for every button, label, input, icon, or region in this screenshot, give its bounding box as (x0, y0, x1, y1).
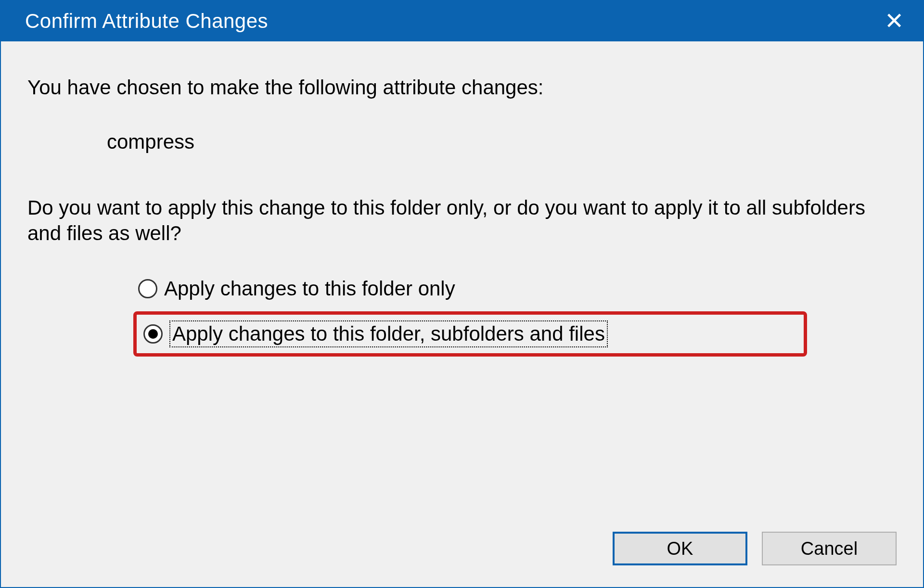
dialog-content: You have chosen to make the following at… (1, 41, 923, 587)
radio-label-subfolders-files: Apply changes to this folder, subfolders… (169, 320, 608, 348)
close-icon[interactable]: ✕ (880, 10, 909, 33)
radio-selected-dot-icon (148, 329, 158, 339)
attribute-item: compress (107, 129, 897, 155)
radio-option-folder-only[interactable]: Apply changes to this folder only (133, 272, 897, 306)
radio-group: Apply changes to this folder only Apply … (133, 272, 897, 357)
radio-option-subfolders-files[interactable]: Apply changes to this folder, subfolders… (133, 311, 807, 357)
question-text: Do you want to apply this change to this… (27, 195, 897, 246)
radio-icon (138, 279, 157, 298)
radio-label-folder-only: Apply changes to this folder only (164, 276, 455, 302)
cancel-button[interactable]: Cancel (762, 532, 897, 565)
intro-text: You have chosen to make the following at… (27, 75, 897, 101)
titlebar: Confirm Attribute Changes ✕ (1, 1, 923, 41)
confirm-attribute-changes-dialog: Confirm Attribute Changes ✕ You have cho… (0, 0, 924, 588)
dialog-title: Confirm Attribute Changes (25, 10, 268, 33)
radio-icon (143, 324, 163, 344)
ok-button[interactable]: OK (613, 532, 747, 565)
button-bar: OK Cancel (613, 532, 897, 565)
